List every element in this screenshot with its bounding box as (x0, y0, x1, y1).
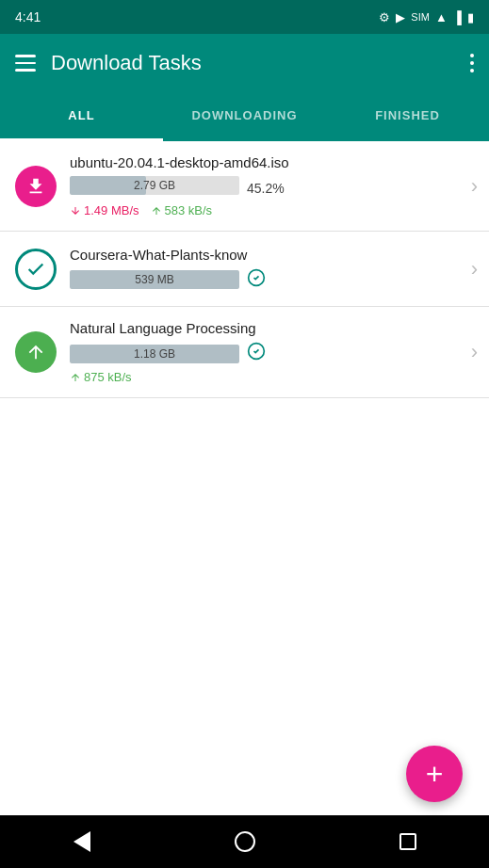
add-icon: + (426, 759, 444, 789)
chevron-right-icon: › (471, 340, 478, 364)
recent-apps-button[interactable] (387, 821, 429, 862)
tab-all[interactable]: ALL (0, 92, 163, 141)
battery-icon: ▮ (467, 10, 474, 24)
speed-row: 875 kB/s (70, 370, 464, 384)
menu-button[interactable] (15, 55, 36, 72)
tab-finished-label: FINISHED (375, 108, 440, 122)
speed-down: 1.49 MB/s (70, 203, 139, 217)
status-bar: 4:41 ⚙ ▶ SIM ▲ ▐ ▮ (0, 0, 489, 34)
progress-size-label: 1.18 GB (70, 345, 239, 363)
download-icon (15, 166, 57, 207)
size-row: 1.18 GB (70, 342, 464, 365)
back-icon (73, 831, 90, 852)
sim-icon: SIM (411, 11, 430, 23)
list-item[interactable]: Natural Language Processing 1.18 GB 875 … (0, 307, 489, 398)
wifi-icon: ▲ (435, 10, 448, 24)
progress-row: 2.79 GB 45.2% (70, 176, 464, 200)
progress-size-label: 539 MB (70, 270, 239, 289)
progress-bar: 2.79 GB (70, 176, 239, 195)
speed-up: 875 kB/s (70, 370, 132, 384)
check-circle-icon (15, 249, 57, 290)
add-button[interactable]: + (406, 746, 463, 802)
home-button[interactable] (224, 821, 266, 862)
upload-icon (15, 331, 57, 373)
item-content: Coursera-What-Plants-know 539 MB (70, 247, 464, 292)
item-content: ubuntu-20.04.1-desktop-amd64.iso 2.79 GB… (70, 154, 464, 217)
item-title: Coursera-What-Plants-know (70, 247, 464, 263)
speed-row: 1.49 MB/s 583 kB/s (70, 203, 464, 217)
list-item[interactable]: Coursera-What-Plants-know 539 MB › (0, 232, 489, 307)
completed-icon (247, 342, 266, 365)
back-button[interactable] (61, 821, 103, 862)
status-icons: ⚙ ▶ SIM ▲ ▐ ▮ (379, 10, 474, 24)
item-title: Natural Language Processing (70, 320, 464, 336)
recent-icon (399, 833, 416, 850)
settings-icon: ⚙ (379, 10, 390, 24)
signal-icon: ▐ (453, 10, 462, 24)
tab-downloading-label: DOWNLOADING (191, 108, 297, 122)
progress-bar: 1.18 GB (70, 345, 239, 363)
chevron-right-icon: › (471, 174, 478, 199)
app-title: Download Tasks (51, 51, 455, 75)
size-row: 539 MB (70, 268, 464, 292)
item-title: ubuntu-20.04.1-desktop-amd64.iso (70, 154, 464, 170)
home-icon (235, 831, 255, 852)
content-area: ubuntu-20.04.1-desktop-amd64.iso 2.79 GB… (0, 141, 489, 398)
tab-downloading[interactable]: DOWNLOADING (163, 92, 326, 141)
tab-all-label: ALL (68, 108, 94, 122)
chevron-right-icon: › (471, 257, 478, 281)
status-time: 4:41 (15, 9, 41, 24)
progress-size-label: 2.79 GB (70, 176, 239, 195)
app-bar: Download Tasks (0, 34, 489, 92)
completed-icon (247, 268, 266, 292)
item-content: Natural Language Processing 1.18 GB 875 … (70, 320, 464, 384)
progress-percent-label: 45.2% (247, 181, 285, 196)
bottom-nav (0, 815, 489, 868)
list-item[interactable]: ubuntu-20.04.1-desktop-amd64.iso 2.79 GB… (0, 141, 489, 232)
tabs-bar: ALL DOWNLOADING FINISHED (0, 92, 489, 141)
tab-finished[interactable]: FINISHED (326, 92, 489, 141)
speed-up: 583 kB/s (151, 203, 213, 217)
play-icon: ▶ (396, 10, 405, 24)
more-options-button[interactable] (470, 54, 474, 72)
progress-bar: 539 MB (70, 270, 239, 289)
